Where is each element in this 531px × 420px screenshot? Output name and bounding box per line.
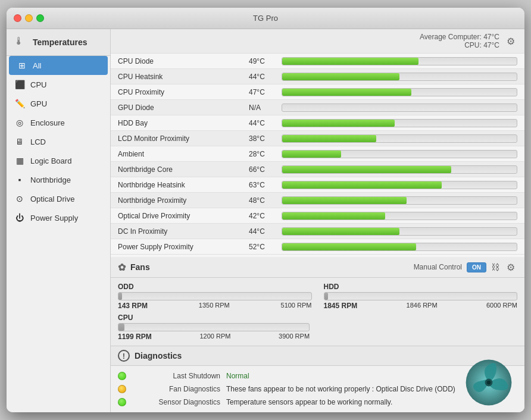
temp-name: Northbridge Heatsink (118, 181, 249, 189)
right-panel: Average Computer: 47°C CPU: 47°C ⚙ CPU D… (111, 29, 524, 412)
temp-bar (282, 73, 399, 80)
diagnostics-section: ! Diagnostics Last ShutdownNormalFan Dia… (111, 346, 524, 412)
sidebar-item-lcd[interactable]: 🖥 LCD (7, 132, 110, 151)
sidebar-label-cpu: CPU (30, 80, 46, 89)
temp-row: LCD Monitor Proximity38°C (111, 131, 524, 146)
temp-bar-container (282, 88, 517, 96)
temp-value: 44°C (249, 73, 282, 81)
temp-name: CPU Heatsink (118, 73, 249, 81)
close-button[interactable] (14, 14, 21, 22)
fan-rpm-row: 143 RPM 1350 RPM 5100 RPM (118, 302, 312, 310)
temp-row: DC In Proximity44°C (111, 224, 524, 239)
diag-row: Fan DiagnosticsThese fans appear to be n… (111, 383, 524, 396)
fans-grid: ODD 143 RPM 1350 RPM 5100 RPM HDD 1845 R… (118, 283, 517, 310)
link-icon[interactable]: ⛓ (491, 262, 499, 272)
temp-name: LCD Monitor Proximity (118, 134, 249, 143)
window-title: TG Pro (253, 14, 278, 23)
fan-rpm-max-cpu: 3900 RPM (279, 333, 310, 341)
diag-key: Last Shutdown (131, 372, 220, 380)
sidebar-item-logic-board[interactable]: ▦ Logic Board (7, 151, 110, 170)
all-icon: ⊞ (16, 59, 28, 71)
minimize-button[interactable] (25, 14, 33, 22)
temp-bar (282, 197, 407, 204)
diag-row: Last ShutdownNormal (111, 369, 524, 383)
settings-button[interactable]: ⚙ (504, 35, 517, 48)
temp-bar (282, 181, 442, 189)
temp-value: 47°C (249, 88, 282, 96)
main-content: 🌡 Temperatures ⊞ All ⬛ CPU ✏️ GPU ◎ Encl… (7, 29, 524, 412)
temp-value: 28°C (249, 150, 282, 158)
temp-name: DC In Proximity (118, 227, 249, 236)
diag-value: Normal (226, 372, 249, 380)
temp-value: N/A (249, 104, 282, 112)
temp-name: Optical Drive Proximity (118, 212, 249, 220)
titlebar: TG Pro (7, 8, 524, 29)
sidebar-label-lcd: LCD (30, 137, 46, 146)
fans-content: ODD 143 RPM 1350 RPM 5100 RPM HDD 1845 R… (111, 278, 524, 346)
fan-logo (465, 359, 513, 406)
temp-value: 66°C (249, 165, 282, 174)
temp-row: CPU Heatsink44°C (111, 69, 524, 84)
sidebar-label-optical-drive: Optical Drive (30, 195, 74, 203)
fan-rpm-max: 5100 RPM (281, 302, 312, 310)
lcd-icon: 🖥 (14, 136, 26, 148)
diagnostics-content: Last ShutdownNormalFan DiagnosticsThese … (111, 366, 524, 412)
maximize-button[interactable] (36, 14, 44, 22)
sidebar-item-optical-drive[interactable]: ⊙ Optical Drive (7, 189, 110, 208)
temp-value: 44°C (249, 119, 282, 127)
sidebar-item-power-supply[interactable]: ⏻ Power Supply (7, 208, 110, 227)
temp-value: 52°C (249, 243, 282, 251)
fan-rpm-row-cpu: 1199 RPM 1200 RPM 3900 RPM (118, 333, 310, 341)
temperature-table: CPU Diode49°CCPU Heatsink44°CCPU Proximi… (111, 54, 524, 257)
avg-value: 47°C (483, 33, 499, 41)
fan-item-hdd: HDD 1845 RPM 1846 RPM 6000 RPM (324, 283, 518, 310)
manual-control-toggle[interactable]: ON (467, 262, 486, 272)
sidebar-item-enclosure[interactable]: ◎ Enclosure (7, 113, 110, 132)
temp-value: 44°C (249, 227, 282, 236)
sidebar-item-gpu[interactable]: ✏️ GPU (7, 94, 110, 113)
computer-stats: Average Computer: 47°C CPU: 47°C (420, 33, 499, 49)
fan-slider[interactable] (324, 292, 518, 300)
temp-row: GPU DiodeN/A (111, 100, 524, 115)
temp-name: Northbridge Proximity (118, 196, 249, 205)
temp-row: Power Supply Proximity52°C (111, 239, 524, 255)
fan-rpm-row: 1845 RPM 1846 RPM 6000 RPM (324, 302, 518, 310)
fan-rpm-current: 1845 RPM (324, 302, 358, 310)
temp-row: Optical Drive Proximity42°C (111, 208, 524, 224)
sidebar-item-northbridge[interactable]: ▪ Northbridge (7, 170, 110, 189)
temp-bar-container (282, 212, 517, 220)
sidebar-label-all: All (33, 61, 41, 70)
traffic-lights (14, 14, 44, 22)
optical-drive-icon: ⊙ (14, 193, 26, 205)
cpu-label: CPU: (464, 41, 482, 49)
top-stats-bar: Average Computer: 47°C CPU: 47°C ⚙ (111, 29, 524, 54)
cpu-value: 47°C (483, 41, 499, 49)
diag-key: Sensor Diagnostics (131, 398, 220, 406)
sidebar-item-all[interactable]: ⊞ All (9, 56, 108, 75)
temp-name: HDD Bay (118, 119, 249, 127)
fans-title: Fans (130, 262, 150, 272)
temp-row: Northbridge Heatsink63°C (111, 177, 524, 193)
fan-slider-cpu[interactable] (118, 323, 310, 331)
northbridge-icon: ▪ (14, 174, 26, 186)
temp-row: Northbridge Core66°C (111, 162, 524, 177)
gpu-icon: ✏️ (14, 98, 26, 109)
status-dot (118, 385, 126, 393)
temp-bar (282, 135, 376, 142)
status-dot (118, 398, 126, 406)
temp-bar-container (282, 165, 517, 174)
fan-slider[interactable] (118, 292, 312, 300)
fans-header-right: Manual Control ON ⛓ ⚙ (414, 261, 517, 274)
sidebar-label-enclosure: Enclosure (30, 118, 65, 127)
temp-bar (282, 228, 399, 235)
temp-bar (282, 58, 418, 65)
sidebar-header: 🌡 Temperatures (7, 29, 110, 56)
diagnostics-icon: ! (118, 350, 130, 362)
temp-name: Power Supply Proximity (118, 243, 249, 251)
fan-label-cpu: CPU (118, 314, 310, 322)
fan-label: ODD (118, 283, 312, 291)
fans-settings-button[interactable]: ⚙ (504, 261, 517, 274)
temp-bar-container (282, 181, 517, 189)
sidebar-item-cpu[interactable]: ⬛ CPU (7, 75, 110, 94)
temp-row: CPU Diode49°C (111, 54, 524, 69)
